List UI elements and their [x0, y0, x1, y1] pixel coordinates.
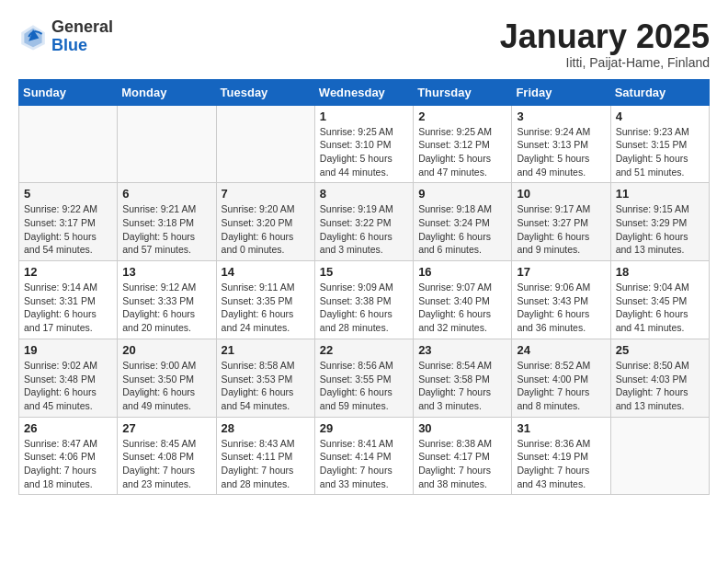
day-detail: Sunrise: 9:25 AM Sunset: 3:10 PM Dayligh… — [320, 125, 408, 179]
calendar-day-cell — [19, 105, 118, 183]
calendar-day-cell: 20Sunrise: 9:00 AM Sunset: 3:50 PM Dayli… — [118, 339, 216, 417]
day-detail: Sunrise: 9:23 AM Sunset: 3:15 PM Dayligh… — [616, 125, 704, 179]
title-block: January 2025 Iitti, Paijat-Hame, Finland — [500, 18, 710, 70]
day-number: 19 — [24, 343, 112, 357]
day-number: 24 — [517, 343, 605, 357]
day-detail: Sunrise: 9:15 AM Sunset: 3:29 PM Dayligh… — [616, 202, 704, 257]
day-number: 16 — [418, 265, 506, 279]
day-number: 17 — [517, 265, 605, 279]
day-number: 1 — [320, 109, 408, 123]
calendar-day-cell: 17Sunrise: 9:06 AM Sunset: 3:43 PM Dayli… — [512, 261, 610, 339]
calendar-day-cell: 28Sunrise: 8:43 AM Sunset: 4:11 PM Dayli… — [216, 417, 314, 495]
day-number: 15 — [320, 265, 408, 279]
calendar-day-cell: 11Sunrise: 9:15 AM Sunset: 3:29 PM Dayli… — [610, 183, 709, 261]
day-detail: Sunrise: 8:54 AM Sunset: 3:58 PM Dayligh… — [418, 359, 506, 413]
day-detail: Sunrise: 9:24 AM Sunset: 3:13 PM Dayligh… — [517, 125, 605, 179]
day-number: 5 — [24, 187, 112, 201]
calendar-day-cell: 5Sunrise: 9:22 AM Sunset: 3:17 PM Daylig… — [19, 183, 118, 261]
calendar-day-cell: 2Sunrise: 9:25 AM Sunset: 3:12 PM Daylig… — [414, 105, 512, 183]
day-number: 11 — [616, 187, 704, 201]
day-detail: Sunrise: 9:18 AM Sunset: 3:24 PM Dayligh… — [418, 202, 506, 257]
day-detail: Sunrise: 8:47 AM Sunset: 4:06 PM Dayligh… — [24, 437, 112, 491]
day-number: 8 — [320, 187, 408, 201]
calendar-day-cell: 10Sunrise: 9:17 AM Sunset: 3:27 PM Dayli… — [512, 183, 610, 261]
calendar-day-cell: 1Sunrise: 9:25 AM Sunset: 3:10 PM Daylig… — [314, 105, 413, 183]
day-detail: Sunrise: 9:00 AM Sunset: 3:50 PM Dayligh… — [122, 359, 210, 413]
day-detail: Sunrise: 9:12 AM Sunset: 3:33 PM Dayligh… — [122, 281, 210, 335]
day-detail: Sunrise: 9:07 AM Sunset: 3:40 PM Dayligh… — [418, 281, 506, 335]
day-detail: Sunrise: 8:45 AM Sunset: 4:08 PM Dayligh… — [122, 437, 210, 491]
day-number: 26 — [24, 421, 112, 435]
day-number: 27 — [122, 421, 210, 435]
day-detail: Sunrise: 8:36 AM Sunset: 4:19 PM Dayligh… — [517, 437, 605, 491]
day-detail: Sunrise: 8:50 AM Sunset: 4:03 PM Dayligh… — [616, 359, 704, 413]
calendar-day-cell: 13Sunrise: 9:12 AM Sunset: 3:33 PM Dayli… — [118, 261, 216, 339]
calendar-day-cell: 18Sunrise: 9:04 AM Sunset: 3:45 PM Dayli… — [610, 261, 709, 339]
day-number: 21 — [222, 343, 310, 357]
day-detail: Sunrise: 8:58 AM Sunset: 3:53 PM Dayligh… — [222, 359, 310, 413]
day-number: 3 — [517, 109, 605, 123]
day-detail: Sunrise: 9:09 AM Sunset: 3:38 PM Dayligh… — [320, 281, 408, 335]
logo: General Blue — [18, 18, 113, 55]
day-detail: Sunrise: 9:22 AM Sunset: 3:17 PM Dayligh… — [24, 202, 112, 257]
day-detail: Sunrise: 8:38 AM Sunset: 4:17 PM Dayligh… — [418, 437, 506, 491]
calendar-day-cell: 30Sunrise: 8:38 AM Sunset: 4:17 PM Dayli… — [414, 417, 512, 495]
weekday-header: Monday — [118, 79, 216, 105]
day-number: 18 — [616, 265, 704, 279]
day-number: 13 — [122, 265, 210, 279]
day-number: 6 — [122, 187, 210, 201]
weekday-header: Tuesday — [216, 79, 314, 105]
day-detail: Sunrise: 9:11 AM Sunset: 3:35 PM Dayligh… — [222, 281, 310, 335]
calendar-day-cell: 25Sunrise: 8:50 AM Sunset: 4:03 PM Dayli… — [610, 339, 709, 417]
weekday-header-row: SundayMondayTuesdayWednesdayThursdayFrid… — [19, 79, 710, 105]
calendar-day-cell — [118, 105, 216, 183]
calendar-day-cell: 21Sunrise: 8:58 AM Sunset: 3:53 PM Dayli… — [216, 339, 314, 417]
day-number: 9 — [418, 187, 506, 201]
day-number: 14 — [222, 265, 310, 279]
calendar-day-cell: 12Sunrise: 9:14 AM Sunset: 3:31 PM Dayli… — [19, 261, 118, 339]
day-number: 28 — [222, 421, 310, 435]
day-detail: Sunrise: 9:06 AM Sunset: 3:43 PM Dayligh… — [517, 281, 605, 335]
calendar-day-cell: 16Sunrise: 9:07 AM Sunset: 3:40 PM Dayli… — [414, 261, 512, 339]
day-detail: Sunrise: 8:52 AM Sunset: 4:00 PM Dayligh… — [517, 359, 605, 413]
day-detail: Sunrise: 9:04 AM Sunset: 3:45 PM Dayligh… — [616, 281, 704, 335]
calendar-table: SundayMondayTuesdayWednesdayThursdayFrid… — [18, 79, 710, 496]
day-detail: Sunrise: 9:19 AM Sunset: 3:22 PM Dayligh… — [320, 202, 408, 257]
day-number: 20 — [122, 343, 210, 357]
calendar-day-cell: 9Sunrise: 9:18 AM Sunset: 3:24 PM Daylig… — [414, 183, 512, 261]
day-detail: Sunrise: 9:21 AM Sunset: 3:18 PM Dayligh… — [122, 202, 210, 257]
calendar-day-cell: 29Sunrise: 8:41 AM Sunset: 4:14 PM Dayli… — [314, 417, 413, 495]
weekday-header: Saturday — [610, 79, 709, 105]
day-detail: Sunrise: 9:02 AM Sunset: 3:48 PM Dayligh… — [24, 359, 112, 413]
logo-blue: Blue — [51, 37, 113, 55]
calendar-day-cell: 3Sunrise: 9:24 AM Sunset: 3:13 PM Daylig… — [512, 105, 610, 183]
day-number: 12 — [24, 265, 112, 279]
day-number: 30 — [418, 421, 506, 435]
day-detail: Sunrise: 8:56 AM Sunset: 3:55 PM Dayligh… — [320, 359, 408, 413]
calendar-title: January 2025 — [500, 18, 710, 55]
weekday-header: Sunday — [19, 79, 118, 105]
day-detail: Sunrise: 9:25 AM Sunset: 3:12 PM Dayligh… — [418, 125, 506, 179]
calendar-week-row: 5Sunrise: 9:22 AM Sunset: 3:17 PM Daylig… — [19, 183, 710, 261]
calendar-day-cell: 23Sunrise: 8:54 AM Sunset: 3:58 PM Dayli… — [414, 339, 512, 417]
calendar-day-cell: 26Sunrise: 8:47 AM Sunset: 4:06 PM Dayli… — [19, 417, 118, 495]
day-number: 4 — [616, 109, 704, 123]
calendar-week-row: 1Sunrise: 9:25 AM Sunset: 3:10 PM Daylig… — [19, 105, 710, 183]
calendar-week-row: 26Sunrise: 8:47 AM Sunset: 4:06 PM Dayli… — [19, 417, 710, 495]
calendar-day-cell: 4Sunrise: 9:23 AM Sunset: 3:15 PM Daylig… — [610, 105, 709, 183]
calendar-week-row: 19Sunrise: 9:02 AM Sunset: 3:48 PM Dayli… — [19, 339, 710, 417]
logo-icon — [18, 22, 48, 52]
day-detail: Sunrise: 8:41 AM Sunset: 4:14 PM Dayligh… — [320, 437, 408, 491]
day-detail: Sunrise: 8:43 AM Sunset: 4:11 PM Dayligh… — [222, 437, 310, 491]
calendar-day-cell: 7Sunrise: 9:20 AM Sunset: 3:20 PM Daylig… — [216, 183, 314, 261]
weekday-header: Thursday — [414, 79, 512, 105]
weekday-header: Wednesday — [314, 79, 413, 105]
calendar-day-cell: 19Sunrise: 9:02 AM Sunset: 3:48 PM Dayli… — [19, 339, 118, 417]
day-detail: Sunrise: 9:20 AM Sunset: 3:20 PM Dayligh… — [222, 202, 310, 257]
calendar-location: Iitti, Paijat-Hame, Finland — [500, 55, 710, 70]
calendar-day-cell: 24Sunrise: 8:52 AM Sunset: 4:00 PM Dayli… — [512, 339, 610, 417]
day-detail: Sunrise: 9:17 AM Sunset: 3:27 PM Dayligh… — [517, 202, 605, 257]
day-detail: Sunrise: 9:14 AM Sunset: 3:31 PM Dayligh… — [24, 281, 112, 335]
day-number: 31 — [517, 421, 605, 435]
calendar-day-cell: 6Sunrise: 9:21 AM Sunset: 3:18 PM Daylig… — [118, 183, 216, 261]
